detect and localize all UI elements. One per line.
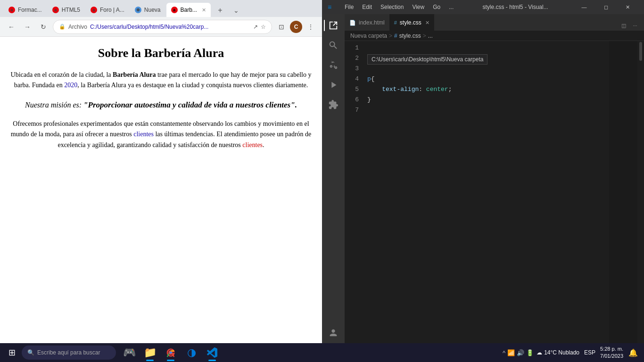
line-number-6: 6 [345,95,359,105]
menu-view[interactable]: View [408,3,428,11]
address-lock-icon: 🔒 [59,24,66,30]
breadcrumb-sep2: > [423,33,426,39]
line-number-7: 7 [345,105,359,115]
breadcrumb-root[interactable]: Nueva carpeta [350,33,387,39]
tab-style-label: style.css [400,19,421,26]
line-number-4: 4 [345,74,359,84]
tab-nueva[interactable]: ⊕ Nueva [130,3,165,17]
split-editor-button[interactable]: ◫ [619,20,629,31]
start-button[interactable]: ⊞ [4,345,20,361]
systray-network-icon[interactable]: 📶 [507,349,515,356]
activity-explorer-icon[interactable] [324,16,343,35]
tab-label-nueva: Nueva [144,7,161,13]
vscode-menu-bar: File Edit Selection View Go ... [341,3,457,11]
minimize-button[interactable]: — [573,0,595,14]
more-button[interactable]: ⋮ [304,20,317,33]
bookmark-icon[interactable]: ☆ [261,24,266,30]
menu-selection[interactable]: Selection [377,3,407,11]
tab-barb[interactable]: a Barb... ✕ [166,3,211,17]
code-brace-close: } [367,96,371,103]
tab-close-style[interactable]: ✕ [425,20,429,26]
weather-widget[interactable]: ☁ 14°C Nublado [537,349,579,356]
vscode-window-buttons: — ◻ ✕ [573,0,638,14]
activity-source-control-icon[interactable] [324,56,343,74]
tab-index-html[interactable]: 📄 index.html [345,14,389,31]
language-button[interactable]: ESP [582,349,597,356]
new-tab-button[interactable]: + [214,4,227,17]
code-editor[interactable]: p{ text-align: center; } [363,41,644,352]
tab-close-barb[interactable]: ✕ [202,7,206,13]
taskbar-search-icon: 🔍 [27,349,34,356]
share-icon[interactable]: ↗ [253,24,258,30]
code-semicolon: ; [448,86,452,93]
taskbar-app-chrome[interactable] [161,343,180,362]
vscode-titlebar: ≡ File Edit Selection View Go ... style.… [322,0,644,14]
mission-quote: "Proporcionar autoestima y calidad de vi… [83,100,297,109]
tab-html5[interactable]: a HTML5 [48,3,85,17]
reload-button[interactable]: ↻ [37,20,50,33]
systray-icons: ^ 📶 🔊 🔋 [503,349,534,356]
code-line-5: } [367,96,371,103]
address-bar[interactable]: 🔒 Archivo C:/Users/carlu/Desktop/html5/N… [53,20,272,34]
line-number-3: 3 [345,64,359,74]
taskbar-app-edge[interactable]: ◑ [182,343,201,362]
activity-account-icon[interactable] [324,323,343,342]
weather-icon: ☁ [537,349,542,356]
tab-label-foro: Foro | A... [100,7,124,13]
menu-go[interactable]: Go [429,3,444,11]
activity-extensions-icon[interactable] [324,95,343,114]
editor-scrollbar[interactable] [637,41,644,352]
activity-search-icon[interactable] [324,36,343,55]
menu-more[interactable]: ... [445,3,457,11]
scrollbar-thumb [639,42,642,61]
taskbar-search-box[interactable]: 🔍 Escribe aquí para buscar [22,346,116,360]
tab-label-formac: Formac... [18,7,42,13]
breadcrumb-more[interactable]: ... [428,33,433,39]
close-button[interactable]: ✕ [617,0,638,14]
year-link: 2020 [64,82,77,89]
forward-button[interactable]: → [21,20,34,33]
line-number-1: 1 [345,43,359,53]
menu-file[interactable]: File [341,3,357,11]
layout-buttons: ◫ ··· [619,20,644,31]
tab-label-html5: HTML5 [62,7,80,13]
systray-volume-icon[interactable]: 🔊 [517,349,524,356]
clientes-link2: clientes [242,141,263,148]
taskbar-app-game[interactable]: 🎮 [120,343,139,362]
notification-button[interactable]: 🔔 [626,343,640,362]
tab-formac[interactable]: a Formac... [4,3,47,17]
code-property-text-align: text-align [382,86,419,93]
taskbar-systray: ^ 📶 🔊 🔋 ☁ 14°C Nublado ESP 5:28 p. m. 7/… [503,343,640,362]
back-button[interactable]: ← [5,20,18,33]
minimap [609,41,637,352]
tab-foro[interactable]: a Foro | A... [86,3,129,17]
systray-battery-icon[interactable]: 🔋 [526,349,534,356]
taskbar-search-placeholder: Escribe aquí para buscar [37,349,100,356]
taskbar-app-vscode[interactable] [203,343,222,362]
toolbar-actions: ⊡ C ⋮ [275,20,317,33]
tab-favicon-html5: a [52,7,59,13]
offer-paragraph: Ofrecemos profesionales experimentados q… [9,119,313,150]
user-avatar[interactable]: C [290,21,302,33]
tab-favicon-formac: a [8,7,15,13]
more-actions-button[interactable]: ··· [630,20,640,31]
breadcrumb-file[interactable]: style.css [399,33,421,39]
line-number-2: 2 [345,53,359,64]
tab-style-css[interactable]: # style.css ✕ [389,14,434,31]
taskbar-clock[interactable]: 5:28 p. m. 7/01/2023 [600,346,623,360]
tab-menu-button[interactable]: ⌄ [230,4,243,17]
restore-button[interactable]: ◻ [595,0,617,14]
activity-debug-icon[interactable] [324,75,343,94]
vscode-editor-tabs: 📄 index.html # style.css ✕ ◫ ··· [345,14,644,31]
clock-time: 5:28 p. m. [600,346,623,353]
vscode-activity-bar [322,14,345,362]
cast-button[interactable]: ⊡ [275,20,288,33]
taskbar-app-explorer[interactable]: 📁 [140,343,159,362]
vscode-editor-area[interactable]: C:\Users\carlu\Desktop\html5\Nueva carpe… [345,41,644,352]
html-file-icon: 📄 [349,20,356,26]
browser-tabs-bar: a Formac... a HTML5 a Foro | A... ⊕ Nuev… [0,0,322,17]
menu-edit[interactable]: Edit [358,3,376,11]
weather-text: 14°C Nublado [544,349,579,356]
systray-up-arrow[interactable]: ^ [503,349,505,356]
tab-index-label: index.html [359,19,385,26]
